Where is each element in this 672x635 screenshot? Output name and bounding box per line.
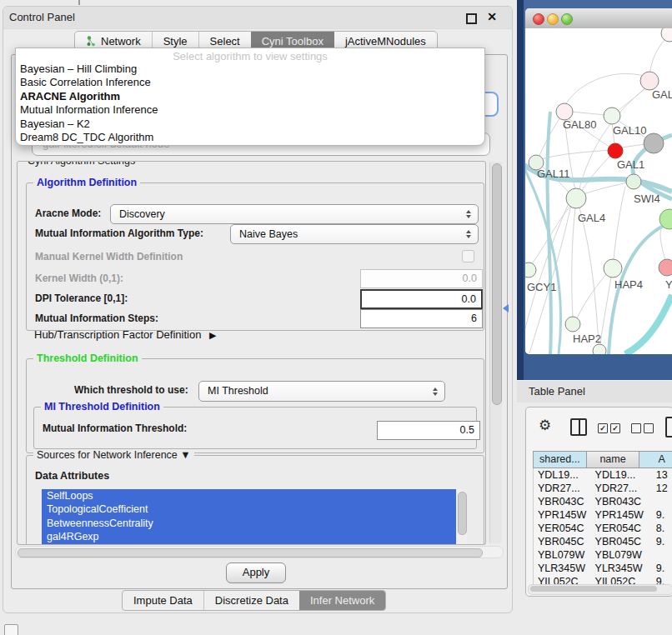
algorithm-option-highlighted[interactable]: ARACNE Algorithm [18,90,483,103]
table-row[interactable]: YLR345W YLR345W 9. [534,562,672,575]
apply-button[interactable]: Apply [226,562,286,583]
select-all-checkbox-icon[interactable]: ✓ [610,423,620,433]
collapsed-arrow-icon: ▶ [209,330,216,340]
mi-steps-field[interactable]: 6 [360,309,483,328]
table-row[interactable]: YBL079W YBL079W [534,548,672,562]
list-item[interactable]: SelfLoops [42,489,467,502]
collapsed-panel-icon[interactable] [4,624,18,635]
cell: 13 [652,468,672,482]
scrollbar-thumb[interactable] [530,586,657,592]
network-node[interactable] [644,133,664,153]
deselect-checkbox-icon[interactable] [644,423,654,433]
selected-value: Naive Bayes [239,225,298,243]
cell: YER054C [591,522,652,535]
table-horizontal-scrollbar[interactable] [528,584,672,595]
table-row[interactable]: YPR145W YPR145W 9. [534,508,672,522]
algorithm-option[interactable]: Dream8 DC_TDC Algorithm [18,131,483,144]
deselect-checkbox-icon[interactable] [631,423,641,433]
network-window-titlebar[interactable] [525,8,672,29]
table-header-row: shared... name A [533,451,672,468]
desktop-edge-shadow [517,0,524,380]
list-item[interactable]: BetweennessCentrality [42,517,467,530]
gear-icon[interactable]: ⚙ [539,418,551,432]
table-row[interactable]: YIL052C YIL052C 9. [534,575,672,584]
scrollbar-thumb[interactable] [492,163,502,405]
network-node[interactable] [525,262,536,278]
kernel-width-field[interactable]: 0.0 [360,269,483,288]
network-node[interactable] [566,188,586,208]
top-crop-tick [78,0,80,5]
node-label: GAL80 [563,118,596,131]
algorithm-option[interactable]: Bayesian – K2 [18,118,483,131]
cell: YLR345W [534,562,591,575]
network-node[interactable] [593,344,606,354]
zoom-traffic-light[interactable] [561,13,573,25]
which-threshold-select[interactable]: MI Threshold [198,381,445,402]
float-window-icon[interactable] [466,13,477,24]
network-node[interactable] [661,28,672,42]
kernel-width-label: Kernel Width (0,1): [35,272,123,284]
dpi-tolerance-field[interactable]: 0.0 [360,289,483,309]
aracne-mode-label: Aracne Mode: [35,208,101,219]
network-node[interactable] [608,143,623,158]
cell: 9. [652,575,672,584]
network-node[interactable] [565,317,580,332]
network-node[interactable] [659,259,672,276]
aracne-mode-select[interactable]: Discovery [110,204,479,224]
minimize-traffic-light[interactable] [547,13,559,25]
sources-expander[interactable]: Sources for Network Inference ▼ [33,449,194,461]
tab-infer-network[interactable]: Infer Network [299,591,385,610]
cell: YBR045C [534,535,591,548]
mi-threshold-field[interactable]: 0.5 [377,421,480,440]
list-item[interactable]: TopologicalCoefficient [42,502,467,516]
network-node[interactable] [640,72,659,90]
mi-steps-label: Mutual Information Steps: [35,312,158,324]
algorithm-option[interactable]: Mutual Information Inference [18,103,483,117]
network-node[interactable] [604,259,622,278]
cell: 9. [652,508,672,522]
dropdown-placeholder: Select algorithm to view settings [16,50,484,62]
column-header[interactable]: shared... [533,451,587,468]
cell: YDL19... [591,468,652,482]
network-node[interactable] [604,108,620,124]
tab-impute-data[interactable]: Impute Data [123,591,203,610]
hub-factor-expander[interactable]: Hub/Transcription Factor Definition ▶ [34,328,216,341]
table-row[interactable]: YDR27... YDR27... 12 [534,482,672,495]
bottom-tabbar: Impute Data Discretize Data Infer Networ… [122,590,386,611]
manual-kernel-checkbox[interactable] [462,250,474,262]
table-row[interactable]: YBR043C YBR043C [534,495,672,508]
settings-vertical-scrollbar[interactable] [489,162,502,543]
list-scrollbar[interactable] [456,489,467,545]
split-collapse-arrow[interactable] [503,304,509,312]
network-node[interactable] [556,103,573,120]
close-traffic-light[interactable] [533,13,544,25]
file-icon[interactable] [665,417,672,438]
node-label: GAL [652,88,672,101]
table-row[interactable]: YBR045C YBR045C 9. [534,535,672,548]
cell: YBL079W [534,548,591,562]
column-header[interactable]: A [639,451,672,468]
table-row[interactable]: YDL19... YDL19... 13 [534,468,672,482]
cell: 8. [652,522,672,535]
close-icon[interactable]: ✕ [487,10,497,23]
network-canvas[interactable]: GAL GAL80 GAL10 GAL1 GAL11 SWI4 GAL4 GCY… [525,28,672,354]
network-node[interactable] [626,174,641,189]
node-label: GAL4 [578,212,605,224]
settings-horizontal-scrollbar[interactable] [15,546,504,558]
column-layout-icon[interactable] [570,418,587,436]
cell: YBL079W [591,548,652,562]
algorithm-option[interactable]: Basic Correlation Inference [18,76,483,89]
scrollbar-thumb[interactable] [458,492,467,535]
list-item[interactable]: gal4RGexp [42,530,467,543]
combo-stepper-icon [466,210,472,218]
tab-discretize-data[interactable]: Discretize Data [203,591,299,610]
table-row[interactable]: YER054C YER054C 8. [534,522,672,535]
mi-algorithm-type-select[interactable]: Naive Bayes [230,224,479,244]
algorithm-option[interactable]: Bayesian – Hill Climbing [18,62,483,76]
tab-label: Cyni Toolbox [262,35,323,48]
cell [652,548,672,562]
data-attributes-list: SelfLoops TopologicalCoefficient Between… [42,489,467,545]
scrollbar-thumb[interactable] [18,548,483,558]
column-header[interactable]: name [587,451,640,468]
select-all-checkbox-icon[interactable]: ✓ [598,423,608,433]
